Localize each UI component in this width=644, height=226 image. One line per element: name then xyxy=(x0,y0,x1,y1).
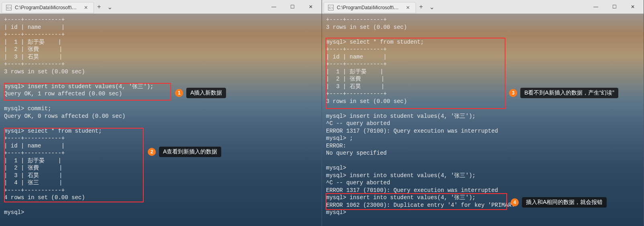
window-controls: — ☐ ✕ xyxy=(265,0,320,13)
annotation-badge: 2 xyxy=(148,148,156,156)
tab-close-button[interactable]: ✕ xyxy=(404,5,412,10)
highlight-box-3 xyxy=(326,38,505,109)
annotation-label: B看不到A新插入的数据，产生“幻读” xyxy=(520,88,618,98)
minimize-button[interactable]: — xyxy=(265,0,283,13)
tab-title: C:\ProgramData\Microsoft\Win xyxy=(337,5,401,10)
highlight-box-1 xyxy=(4,83,171,101)
annotation-3: 3 B看不到A新插入的数据，产生“幻读” xyxy=(509,88,618,98)
tab-title: C:\ProgramData\Microsoft\Win xyxy=(15,5,79,10)
annotation-4: 4 插入和A相同的数据，就会报错 xyxy=(511,197,607,208)
annotation-label: A查看到新插入的数据 xyxy=(159,147,221,157)
maximize-button[interactable]: ☐ xyxy=(605,0,624,13)
terminal-b[interactable]: +----+-----------+ 3 rows in set (0.00 s… xyxy=(322,14,644,226)
window-b: C:\ C:\ProgramData\Microsoft\Win ✕ + ⌄ —… xyxy=(322,0,644,226)
annotation-badge: 1 xyxy=(175,89,183,97)
tab[interactable]: C:\ C:\ProgramData\Microsoft\Win ✕ xyxy=(324,2,416,13)
tab-dropdown-button[interactable]: ⌄ xyxy=(104,3,116,11)
titlebar[interactable]: C:\ C:\ProgramData\Microsoft\Win ✕ + ⌄ —… xyxy=(0,0,322,14)
new-tab-button[interactable]: + xyxy=(94,3,104,10)
new-tab-button[interactable]: + xyxy=(416,3,426,10)
annotation-label: A插入新数据 xyxy=(186,88,226,98)
tab-close-button[interactable]: ✕ xyxy=(82,5,90,10)
highlight-box-4 xyxy=(326,193,507,210)
terminal-icon: C:\ xyxy=(328,5,334,10)
tab[interactable]: C:\ C:\ProgramData\Microsoft\Win ✕ xyxy=(2,2,94,13)
minimize-button[interactable]: — xyxy=(587,0,605,13)
tab-dropdown-button[interactable]: ⌄ xyxy=(426,3,438,11)
annotation-badge: 3 xyxy=(509,89,517,97)
annotation-1: 1 A插入新数据 xyxy=(175,88,226,98)
close-button[interactable]: ✕ xyxy=(624,0,642,13)
window-a: C:\ C:\ProgramData\Microsoft\Win ✕ + ⌄ —… xyxy=(0,0,322,226)
annotation-label: 插入和A相同的数据，就会报错 xyxy=(522,197,607,208)
close-button[interactable]: ✕ xyxy=(302,0,320,13)
highlight-box-2 xyxy=(4,128,144,202)
maximize-button[interactable]: ☐ xyxy=(283,0,302,13)
terminal-icon: C:\ xyxy=(6,5,12,10)
annotation-badge: 4 xyxy=(511,198,519,206)
annotation-2: 2 A查看到新插入的数据 xyxy=(148,147,221,157)
terminal-a[interactable]: +----+-----------+ | id | name | +----+-… xyxy=(0,14,322,226)
titlebar[interactable]: C:\ C:\ProgramData\Microsoft\Win ✕ + ⌄ —… xyxy=(322,0,644,14)
window-controls: — ☐ ✕ xyxy=(587,0,642,13)
